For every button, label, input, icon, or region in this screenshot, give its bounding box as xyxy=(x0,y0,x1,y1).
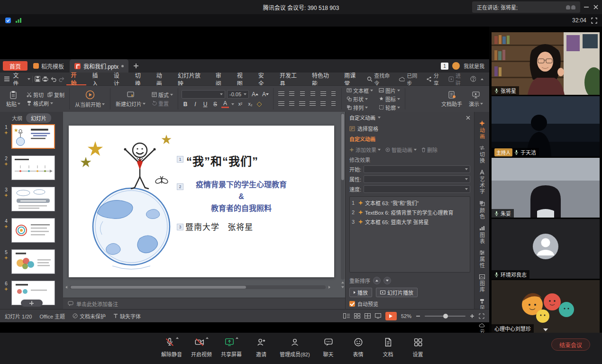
vertical-scrollbar[interactable] xyxy=(341,113,345,280)
slide-sorter-icon[interactable] xyxy=(354,313,360,318)
invite-button[interactable]: 邀请 xyxy=(250,337,273,358)
align-center-button[interactable] xyxy=(287,100,296,108)
strikethrough-button[interactable]: S xyxy=(211,100,219,108)
fullscreen-icon[interactable] xyxy=(591,18,597,24)
auto-preview-checkbox[interactable] xyxy=(349,301,355,307)
theme-name[interactable]: Office 主题 xyxy=(39,312,65,320)
share-button[interactable]: 分享 xyxy=(426,72,443,87)
strip-animation[interactable]: 动画 xyxy=(478,120,486,140)
font-size-select[interactable]: -0.05 xyxy=(227,90,249,99)
undo-icon[interactable] xyxy=(50,76,56,82)
unmute-button[interactable]: 解除静音 xyxy=(160,337,183,358)
menu-tab-security[interactable]: 安全 xyxy=(254,73,274,85)
menu-tab-features[interactable]: 特色功能 xyxy=(308,73,338,85)
panel-chevron-icon[interactable] xyxy=(378,117,381,118)
slideshow-button[interactable] xyxy=(385,312,397,320)
slide-thumb-row-5[interactable]: 5 xyxy=(1,249,63,274)
play-button[interactable]: 播放 xyxy=(349,288,372,297)
distribute-button[interactable] xyxy=(319,100,328,108)
file-menu[interactable]: 文件 xyxy=(12,73,26,85)
camera-options-chevron-icon[interactable] xyxy=(206,337,209,339)
menu-tab-slideshow[interactable]: 幻灯片放映 xyxy=(173,73,210,85)
horizontal-scrollbar[interactable] xyxy=(70,285,326,289)
add-effect-button[interactable]: 添加效果 xyxy=(349,146,381,154)
move-up-button[interactable] xyxy=(373,277,381,284)
italic-button[interactable]: I xyxy=(192,100,199,108)
menu-tab-devtools[interactable]: 开发工具 xyxy=(275,73,306,85)
start-video-button[interactable]: 开启视频 xyxy=(190,337,213,358)
slide-title-text[interactable]: “我”和“我们” xyxy=(186,152,258,169)
video-tile-4[interactable]: 环境邓良志 xyxy=(492,219,600,279)
redo-icon[interactable] xyxy=(58,76,64,82)
menu-tab-insert[interactable]: 插入 xyxy=(88,73,108,85)
chat-button[interactable]: 聊天 xyxy=(317,337,340,358)
wps-template-tab[interactable]: 稻壳模板 xyxy=(31,62,66,70)
minimize-icon[interactable] xyxy=(583,4,590,10)
present-button[interactable]: 演示 xyxy=(467,90,485,109)
manage-members-button[interactable]: 管理成员(82) xyxy=(280,337,310,358)
format-painter-button[interactable]: 格式刷 xyxy=(25,100,66,107)
panel-title[interactable]: 自定义动画 xyxy=(349,114,375,121)
textbox-button[interactable]: 文本框 xyxy=(345,87,374,94)
strip-transition[interactable]: 切换 xyxy=(478,146,486,164)
participants-scroll-down[interactable] xyxy=(489,327,602,333)
font-grow-button[interactable]: A xyxy=(251,91,259,98)
find-command[interactable]: 查找命令 xyxy=(367,72,394,87)
mic-options-chevron-icon[interactable] xyxy=(176,337,179,339)
font-family-select[interactable] xyxy=(182,90,225,99)
grid-view-icon[interactable] xyxy=(365,313,371,318)
text-direction-button[interactable] xyxy=(329,90,338,98)
next-slide-button[interactable] xyxy=(341,286,344,288)
indent-increase-button[interactable] xyxy=(308,90,317,98)
menu-tab-review[interactable]: 审阅 xyxy=(211,73,231,85)
end-meeting-button[interactable]: 结束会议 xyxy=(551,338,590,351)
new-tab-button[interactable] xyxy=(132,62,140,70)
strip-gallery[interactable]: 图库 xyxy=(478,274,486,293)
icon-library-button[interactable]: 图标 xyxy=(377,95,401,103)
font-color-chevron-icon[interactable] xyxy=(231,103,234,105)
menu-tab-design[interactable]: 设计 xyxy=(109,73,129,85)
menu-tab-transition[interactable]: 切换 xyxy=(131,73,150,85)
font-shrink-button[interactable]: A xyxy=(261,91,270,98)
zoom-in-icon[interactable] xyxy=(470,314,474,318)
collapse-ribbon-icon[interactable] xyxy=(481,78,483,80)
columns-button[interactable] xyxy=(329,100,338,108)
slide-thumbnail[interactable] xyxy=(11,124,55,149)
slide-canvas[interactable]: 1 “我”和“我们” 2 疫情背景下的学生心理教育 & 教育者的自我照料 3 暨… xyxy=(69,126,334,277)
add-slide-button[interactable] xyxy=(21,300,43,307)
menu-tab-animation[interactable]: 动画 xyxy=(152,73,172,85)
bold-button[interactable]: B xyxy=(182,100,189,108)
docs-button[interactable]: 文档 xyxy=(377,337,400,358)
reset-button[interactable]: 重置 xyxy=(150,100,174,107)
strip-chart[interactable]: 图表 xyxy=(478,226,486,245)
doc-count-badge[interactable]: 1 xyxy=(441,63,448,70)
new-slide-button[interactable]: 新建幻灯片 xyxy=(114,90,147,109)
menu-tab-view[interactable]: 视图 xyxy=(233,73,252,85)
strip-color[interactable]: 颜色 xyxy=(478,200,486,220)
normal-view-icon[interactable] xyxy=(343,313,350,318)
panel-close-icon[interactable] xyxy=(466,116,470,120)
missing-font[interactable]: 缺失字体 xyxy=(113,312,141,320)
tab-slides[interactable]: 幻灯片 xyxy=(26,113,51,123)
sync-status[interactable]: 已同步 xyxy=(399,72,421,87)
play-from-current-button[interactable]: 从当前开始 xyxy=(73,89,107,109)
fit-window-icon[interactable] xyxy=(479,313,484,319)
paste-button[interactable]: 粘贴 xyxy=(4,90,22,109)
smart-animation-button[interactable]: 智能动画 xyxy=(385,146,417,154)
close-icon[interactable] xyxy=(593,4,599,10)
prev-slide-button[interactable] xyxy=(341,282,344,283)
menu-tab-rainclass[interactable]: 雨课堂 xyxy=(340,73,365,85)
doc-protection[interactable]: 文档未保护 xyxy=(73,312,106,320)
delete-animation-button[interactable]: 删除 xyxy=(421,146,438,154)
scroll-right-button[interactable] xyxy=(327,285,332,289)
font-color-button[interactable]: A xyxy=(221,100,229,108)
animation-list-item[interactable]: 2 TextBox 6: 疫情背景下的学生心理教育 xyxy=(352,208,468,217)
strip-wordart[interactable]: 艺术字 xyxy=(478,170,486,195)
video-tile-3[interactable]: 朱妥 xyxy=(492,158,600,218)
slide-thumbnail[interactable] xyxy=(11,249,55,274)
slide-thumbnail[interactable] xyxy=(11,155,55,180)
line-spacing-button[interactable] xyxy=(319,90,328,98)
move-down-button[interactable] xyxy=(383,277,391,284)
save-icon[interactable] xyxy=(35,76,41,82)
slide-thumb-row-1[interactable]: 1 xyxy=(1,124,63,149)
